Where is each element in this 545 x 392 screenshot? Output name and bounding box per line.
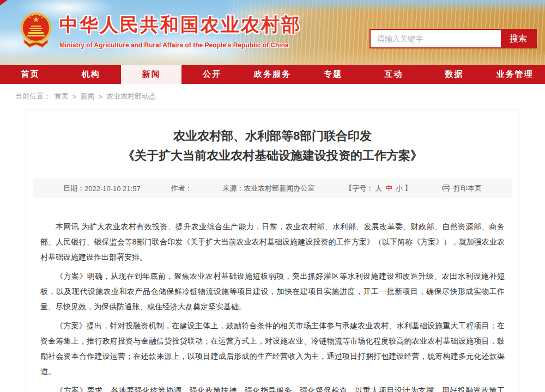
nav-item-org[interactable]: 机构	[60, 65, 121, 84]
nav-item-interact[interactable]: 互动	[364, 65, 424, 84]
breadcrumb-label: 当前位置：	[15, 91, 51, 101]
breadcrumb-home[interactable]: 首页	[55, 91, 69, 101]
article-card: 农业农村部、水利部等8部门联合印发 《关于扩大当前农业农村基础设施建设投资的工作…	[26, 109, 519, 392]
nav-item-home[interactable]: 首页	[0, 65, 60, 84]
article-title-line2: 《关于扩大当前农业农村基础设施建设投资的工作方案》	[48, 146, 497, 166]
font-size-suffix: 】	[404, 183, 411, 193]
font-size-prefix: 【字号：	[345, 183, 373, 193]
nav-item-news[interactable]: 新闻	[121, 65, 181, 84]
breadcrumb-separator: >	[72, 93, 77, 101]
article-meta-bar: 日期： 2022-10-10 21:57 作者： 来源： 农业农村部新闻办公室 …	[33, 179, 512, 198]
font-size-small[interactable]: 小	[396, 183, 403, 193]
article-title: 农业农村部、水利部等8部门联合印发 《关于扩大当前农业农村基础设施建设投资的工作…	[26, 109, 519, 166]
nav-item-business[interactable]: 业务管理	[485, 65, 545, 84]
nav-item-data[interactable]: 数据	[424, 65, 485, 84]
site-subtitle-en: Ministry of Agriculture and Rural Affair…	[59, 41, 301, 49]
site-header: 中华人民共和国农业农村部 Ministry of Agriculture and…	[0, 0, 545, 65]
meta-date-label: 日期：	[63, 183, 84, 193]
breadcrumb: 当前位置： 首页 > 新闻 > 农业农村部动态	[0, 84, 545, 109]
article-paragraph: 《方案》要求，各地要强化统筹协调、强化政策扶持、强化指导服务、强化督促检查，以重…	[40, 383, 505, 392]
corner-ribbon	[0, 0, 8, 5]
meta-source: 来源： 农业农村部新闻办公室	[222, 183, 314, 193]
search-box: 搜索	[370, 29, 537, 48]
meta-author: 作者：	[171, 183, 192, 193]
meta-source-label: 来源：	[222, 183, 244, 193]
search-button[interactable]: 搜索	[501, 30, 536, 47]
national-emblem-icon	[20, 11, 52, 50]
page: 中华人民共和国农业农村部 Ministry of Agriculture and…	[0, 0, 545, 392]
font-size-control: 【字号： 大 中 小 】	[345, 183, 411, 193]
breadcrumb-separator: >	[99, 93, 103, 101]
nav-item-public[interactable]: 公开	[181, 65, 242, 84]
search-input[interactable]	[371, 30, 501, 47]
article-paragraph: 《方案》提出，针对投融资机制，在建设主体上，鼓励符合条件的相关市场主体参与承建农…	[40, 318, 505, 379]
nav-item-topics[interactable]: 专题	[303, 65, 364, 84]
printer-icon	[442, 185, 450, 192]
article-paragraph: 《方案》明确，从现在到年底前，聚焦农业农村基础设施短板弱项，突出抓好灌区等水利设…	[40, 268, 505, 314]
font-size-large[interactable]: 大	[375, 183, 382, 193]
main-nav: 首页 机构 新闻 公开 政务服务 专题 互动 数据 业务管理	[0, 65, 545, 84]
nav-item-services[interactable]: 政务服务	[242, 65, 302, 84]
meta-source-value: 农业农村部新闻办公室	[244, 183, 314, 193]
print-label: 打印本页	[453, 183, 482, 193]
article-body: 本网讯 为扩大农业农村有效投资、提升农业综合生产能力，日前，农业农村部、水利部、…	[26, 198, 519, 392]
breadcrumb-current: 农业农村部动态	[106, 91, 156, 101]
site-title: 中华人民共和国农业农村部	[59, 13, 301, 38]
article-paragraph: 本网讯 为扩大农业农村有效投资、提升农业综合生产能力，日前，农业农村部、水利部、…	[40, 219, 505, 265]
brand-text: 中华人民共和国农业农村部 Ministry of Agriculture and…	[59, 13, 301, 49]
site-brand[interactable]: 中华人民共和国农业农村部 Ministry of Agriculture and…	[20, 11, 301, 50]
meta-date: 日期： 2022-10-10 21:57	[63, 183, 141, 193]
font-size-medium[interactable]: 中	[385, 183, 392, 193]
national-emblem-logo	[20, 11, 52, 50]
print-button[interactable]: 打印本页	[442, 183, 482, 193]
meta-date-value: 2022-10-10 21:57	[84, 185, 141, 193]
article-title-line1: 农业农村部、水利部等8部门联合印发	[48, 126, 497, 146]
meta-author-label: 作者：	[171, 183, 192, 193]
breadcrumb-news[interactable]: 新闻	[81, 91, 95, 101]
